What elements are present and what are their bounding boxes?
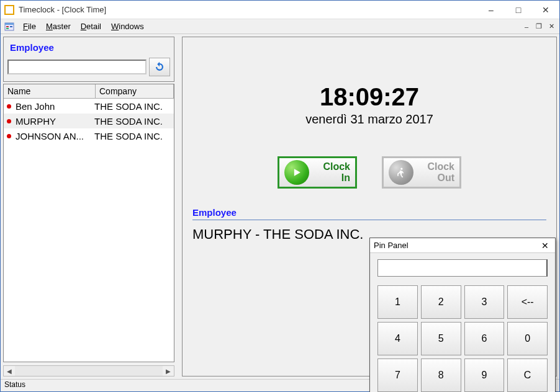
sidebar: Employee Name Company xyxy=(1,34,177,379)
pin-panel-close-button[interactable]: ✕ xyxy=(539,241,551,251)
status-dot-icon xyxy=(7,119,11,123)
employee-detail-label: Employee xyxy=(192,207,546,220)
window-controls: – □ ✕ xyxy=(477,1,559,19)
key-5[interactable]: 5 xyxy=(421,322,461,355)
menu-windows[interactable]: Windows xyxy=(106,20,149,32)
menu-file[interactable]: File xyxy=(18,20,41,32)
scroll-track[interactable] xyxy=(15,366,163,376)
svg-rect-1 xyxy=(5,23,14,25)
pin-display[interactable] xyxy=(377,259,548,277)
mdi-close-icon[interactable]: ✕ xyxy=(546,22,557,32)
svg-rect-3 xyxy=(6,28,9,29)
clock-time: 18:09:27 xyxy=(192,83,546,111)
key-2[interactable]: 2 xyxy=(421,285,461,319)
splitter[interactable] xyxy=(177,34,182,379)
key-1[interactable]: 1 xyxy=(377,285,418,319)
key-clear[interactable]: C xyxy=(507,359,548,392)
status-dot-icon xyxy=(7,134,11,138)
pin-panel-title: Pin Panel xyxy=(374,241,409,250)
minimize-button[interactable]: – xyxy=(477,1,505,19)
key-0[interactable]: 0 xyxy=(507,322,548,355)
table-row[interactable]: MURPHY THE SODA INC. xyxy=(4,114,174,128)
key-backspace[interactable]: <-- xyxy=(507,285,548,319)
window-title: Timeclock - [Clock Time] xyxy=(19,5,477,14)
key-8[interactable]: 8 xyxy=(421,359,461,392)
menubar: File Master Detail Windows – ❐ ✕ xyxy=(1,19,559,34)
content-area: Employee Name Company xyxy=(1,34,559,379)
svg-rect-2 xyxy=(6,26,9,27)
refresh-button[interactable] xyxy=(149,58,170,76)
key-7[interactable]: 7 xyxy=(377,359,418,392)
run-out-icon xyxy=(389,160,413,185)
menu-detail[interactable]: Detail xyxy=(76,20,106,32)
clock-out-button: Clock Out xyxy=(382,156,461,189)
keypad: 1 2 3 <-- 4 5 6 0 7 8 9 C xyxy=(377,285,548,392)
maximize-button[interactable]: □ xyxy=(505,1,532,19)
mdi-minimize-icon[interactable]: – xyxy=(521,22,532,32)
refresh-icon xyxy=(154,61,165,73)
key-4[interactable]: 4 xyxy=(377,322,418,355)
status-text: Status xyxy=(4,380,25,389)
scroll-right-icon[interactable]: ▶ xyxy=(163,368,174,375)
table-row[interactable]: JOHNSON AN... THE SODA INC. xyxy=(4,128,174,143)
key-6[interactable]: 6 xyxy=(464,322,505,355)
table-row[interactable]: Ben John THE SODA INC. xyxy=(4,99,174,114)
key-3[interactable]: 3 xyxy=(464,285,505,319)
scroll-left-icon[interactable]: ◀ xyxy=(4,368,15,375)
mdi-controls: – ❐ ✕ xyxy=(521,19,557,33)
col-header-name[interactable]: Name xyxy=(4,84,96,98)
app-icon xyxy=(4,5,14,15)
employee-search-panel: Employee xyxy=(3,37,174,82)
clock-in-button[interactable]: Clock In xyxy=(278,156,357,189)
employee-grid: Name Company Ben John THE SODA INC. MURP… xyxy=(3,84,174,362)
status-dot-icon xyxy=(7,104,11,109)
employee-panel-title: Employee xyxy=(10,42,170,53)
play-icon xyxy=(284,160,309,185)
key-9[interactable]: 9 xyxy=(464,359,505,392)
pin-panel: Pin Panel ✕ 1 2 3 <-- 4 5 6 0 7 8 9 xyxy=(369,238,556,392)
grid-header: Name Company xyxy=(4,84,174,99)
grid-body: Ben John THE SODA INC. MURPHY THE SODA I… xyxy=(4,99,174,143)
close-button[interactable]: ✕ xyxy=(532,1,559,19)
employee-search-input[interactable] xyxy=(7,60,147,74)
horizontal-scrollbar[interactable]: ◀ ▶ xyxy=(3,365,174,376)
form-icon xyxy=(4,22,14,32)
col-header-company[interactable]: Company xyxy=(96,84,174,98)
svg-rect-4 xyxy=(10,26,12,27)
menu-master[interactable]: Master xyxy=(41,20,76,32)
pin-panel-titlebar: Pin Panel ✕ xyxy=(370,238,555,253)
mdi-restore-icon[interactable]: ❐ xyxy=(533,22,544,32)
titlebar: Timeclock - [Clock Time] – □ ✕ xyxy=(1,1,559,19)
clock-date: venerdì 31 marzo 2017 xyxy=(192,112,546,127)
app-window: Timeclock - [Clock Time] – □ ✕ File Mast… xyxy=(0,0,560,392)
